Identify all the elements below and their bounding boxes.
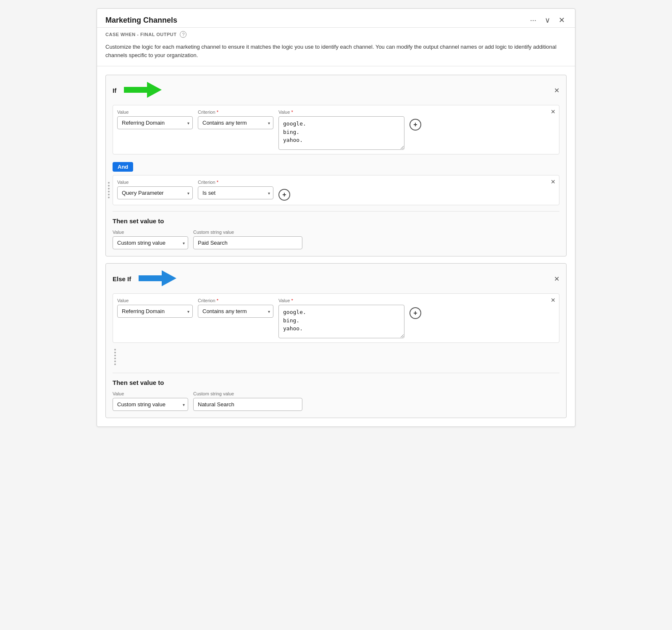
if-then-custom-label: Custom string value	[193, 230, 302, 235]
close-panel-button[interactable]: ✕	[557, 16, 567, 25]
if-row1-value-field-label: Value	[278, 110, 404, 115]
subheader-label: CASE WHEN - FINAL OUTPUT	[105, 32, 176, 37]
else-if-row1-value-field-group: Value google. bing. yahoo.	[278, 298, 404, 338]
if-row2-criterion-label: Criterion	[198, 180, 273, 185]
svg-rect-1	[124, 87, 147, 93]
more-button[interactable]: ···	[528, 16, 538, 25]
if-row2-criterion-group: Criterion Is set Contains any term Equal…	[198, 180, 273, 199]
panel-header: Marketing Channels ··· ∨ ✕	[97, 9, 575, 28]
if-row1-value-select[interactable]: Referring Domain Query Parameter Custom …	[117, 116, 193, 129]
svg-rect-3	[139, 275, 162, 281]
else-if-row1-value-label: Value	[117, 298, 193, 303]
if-row1-criterion-group: Criterion Contains any term Is set Equal…	[198, 110, 273, 129]
help-icon[interactable]: ?	[180, 31, 186, 38]
panel-body: If ✕ ✕ Value	[97, 66, 575, 426]
else-if-then-title: Then set value to	[113, 379, 559, 386]
if-then-value-select[interactable]: Custom string value Referring Domain Que…	[113, 236, 188, 249]
if-row2-value-select-wrapper: Query Parameter Referring Domain Custom …	[117, 186, 193, 199]
else-if-row1-value-select-wrapper: Referring Domain Query Parameter Custom …	[117, 305, 193, 318]
description-text: Customize the logic for each marketing c…	[97, 39, 575, 66]
blue-arrow-icon	[139, 270, 176, 288]
if-row1-criterion-select[interactable]: Contains any term Is set Equals Does not…	[198, 116, 273, 129]
else-if-row1-criterion-group: Criterion Contains any term Is set Equal…	[198, 298, 273, 318]
if-then-title: Then set value to	[113, 217, 559, 225]
if-then-section: Then set value to Value Custom string va…	[113, 211, 559, 249]
if-row1-value-textarea[interactable]: google. bing. yahoo.	[278, 116, 404, 150]
if-block-close-button[interactable]: ✕	[554, 87, 559, 94]
if-row1-criterion-select-wrapper: Contains any term Is set Equals Does not…	[198, 116, 273, 129]
if-block-title: If	[113, 82, 162, 99]
if-row2-add-button[interactable]: +	[278, 189, 290, 201]
if-then-value-select-wrapper: Custom string value Referring Domain Que…	[113, 236, 188, 249]
else-if-row1-value-textarea[interactable]: google. bing. yahoo.	[278, 305, 404, 338]
else-if-condition-row-1: ✕ Value Referring Domain Query Parameter…	[113, 293, 559, 343]
else-if-then-value-select[interactable]: Custom string value Referring Domain Que…	[113, 398, 188, 411]
header-actions: ··· ∨ ✕	[528, 16, 567, 25]
if-block-header: If ✕	[113, 82, 559, 99]
if-block: If ✕ ✕ Value	[105, 75, 567, 256]
if-then-row: Value Custom string value Referring Doma…	[113, 230, 559, 249]
subheader: CASE WHEN - FINAL OUTPUT ?	[97, 28, 575, 39]
if-then-value-group: Value Custom string value Referring Doma…	[113, 230, 188, 249]
else-if-then-custom-label: Custom string value	[193, 391, 302, 396]
else-if-drag-area	[113, 347, 559, 367]
if-row1-value-select-wrapper: Referring Domain Query Parameter Custom …	[117, 116, 193, 129]
else-if-then-custom-input[interactable]	[193, 398, 302, 411]
if-row2-value-select[interactable]: Query Parameter Referring Domain Custom …	[117, 186, 193, 199]
drag-handle	[108, 182, 110, 199]
else-if-row1-criterion-label: Criterion	[198, 298, 273, 303]
chevron-button[interactable]: ∨	[543, 16, 552, 25]
and-button[interactable]: And	[113, 162, 133, 172]
else-if-row1-value-select[interactable]: Referring Domain Query Parameter Custom …	[117, 305, 193, 318]
if-row2-value-group: Value Query Parameter Referring Domain C…	[117, 180, 193, 199]
else-if-drag-handle	[114, 349, 116, 365]
svg-marker-0	[147, 82, 162, 98]
if-row1-value-group: Value Referring Domain Query Parameter C…	[117, 110, 193, 129]
else-if-block-header: Else If ✕	[113, 270, 559, 288]
else-if-block-title: Else If	[113, 270, 176, 288]
else-if-block: Else If ✕ ✕ Value	[105, 263, 567, 418]
else-if-then-value-group: Value Custom string value Referring Doma…	[113, 391, 188, 411]
if-row2-value-label: Value	[117, 180, 193, 185]
else-if-row1-criterion-select-wrapper: Contains any term Is set Equals Does not…	[198, 305, 273, 318]
green-arrow-icon	[124, 82, 162, 99]
if-row2-criterion-select-wrapper: Is set Contains any term Equals Does not…	[198, 186, 273, 199]
else-if-row1-criterion-select[interactable]: Contains any term Is set Equals Does not…	[198, 305, 273, 318]
if-then-value-label: Value	[113, 230, 188, 235]
if-row2-close-button[interactable]: ✕	[551, 179, 556, 185]
if-row1-close-button[interactable]: ✕	[551, 109, 556, 115]
else-if-then-value-label: Value	[113, 391, 188, 396]
else-if-row1-add-button[interactable]: +	[410, 307, 421, 319]
else-if-then-custom-group: Custom string value	[193, 391, 302, 411]
if-row2-criterion-select[interactable]: Is set Contains any term Equals Does not…	[198, 186, 273, 199]
else-if-block-close-button[interactable]: ✕	[554, 276, 559, 282]
if-then-custom-group: Custom string value	[193, 230, 302, 249]
main-panel: Marketing Channels ··· ∨ ✕ CASE WHEN - F…	[97, 8, 575, 427]
if-row1-value-label: Value	[117, 110, 193, 115]
if-condition-row-2: ✕ Value Query Parameter Referring Domain…	[113, 175, 559, 205]
else-if-row1-value-field-label: Value	[278, 298, 404, 303]
else-if-row1-value-group: Value Referring Domain Query Parameter C…	[117, 298, 193, 318]
if-condition-row-1: ✕ Value Referring Domain Query Parameter…	[113, 105, 559, 154]
if-row1-value-field-group: Value google. bing. yahoo.	[278, 110, 404, 150]
if-then-custom-input[interactable]	[193, 236, 302, 249]
panel-title: Marketing Channels	[105, 16, 177, 25]
if-row1-criterion-label: Criterion	[198, 110, 273, 115]
if-row1-add-button[interactable]: +	[410, 119, 421, 131]
else-if-row1-close-button[interactable]: ✕	[551, 297, 556, 303]
else-if-then-section: Then set value to Value Custom string va…	[113, 373, 559, 411]
else-if-then-value-select-wrapper: Custom string value Referring Domain Que…	[113, 398, 188, 411]
svg-marker-2	[162, 270, 176, 286]
else-if-then-row: Value Custom string value Referring Doma…	[113, 391, 559, 411]
